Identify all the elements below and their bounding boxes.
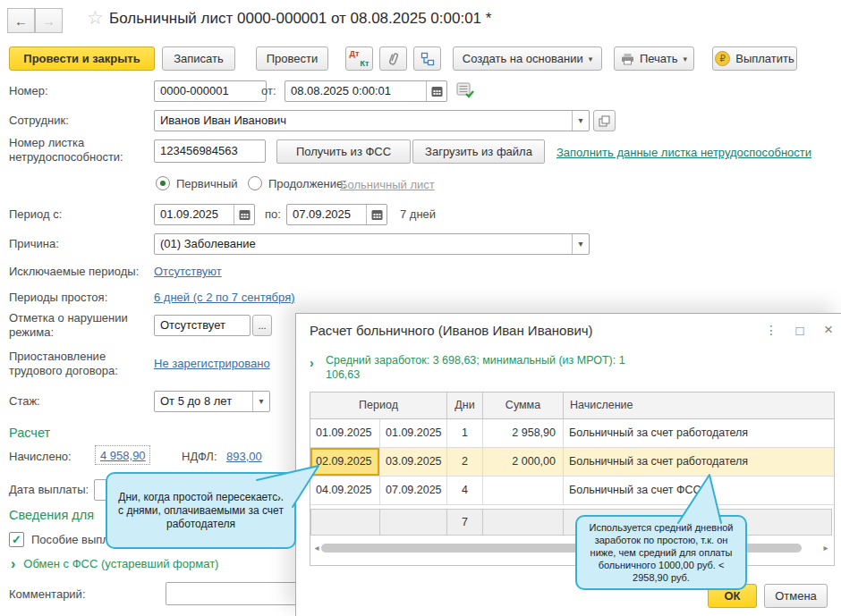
- total-cell: [310, 509, 380, 536]
- seniority-combo[interactable]: От 5 до 8 лет ▾: [154, 391, 270, 412]
- forward-button[interactable]: →: [35, 8, 63, 33]
- average-earnings-expander[interactable]: Средний заработок: 3 698,63; минимальный…: [326, 353, 634, 382]
- get-from-fss-button[interactable]: Получить из ФСС: [276, 139, 411, 164]
- dialog-maximize-icon[interactable]: □: [790, 321, 810, 339]
- cell-accrual[interactable]: Больничный за счет ФСС: [564, 477, 834, 505]
- pay-label: Выплатить: [735, 52, 794, 65]
- reason-label: Причина:: [9, 237, 59, 250]
- primary-radio-label: Первичный: [176, 177, 238, 190]
- reason-value: (01) Заболевание: [155, 234, 572, 254]
- total-row: 7: [310, 509, 832, 536]
- table-row[interactable]: 04.09.2025 07.09.2025 4 Больничный за сч…: [310, 477, 834, 505]
- cell-days[interactable]: 2: [447, 448, 483, 477]
- h-scrollbar[interactable]: ◂ ▸: [312, 542, 830, 553]
- load-from-file-button[interactable]: Загрузить из файла: [412, 139, 545, 164]
- fill-leaflet-link[interactable]: Заполнить данные листка нетрудоспособнос…: [556, 146, 811, 159]
- benefit-checkbox[interactable]: ✓: [9, 532, 24, 547]
- excluded-periods-link[interactable]: Отсутствуют: [154, 265, 222, 278]
- cell-sum[interactable]: 2 958,90: [483, 419, 564, 448]
- period-to-label: по:: [265, 207, 281, 221]
- calc-section-header: Расчет: [9, 426, 50, 440]
- create-based-on-button[interactable]: Создать на основании ▾: [453, 46, 602, 71]
- ruble-coin-icon: ₽: [715, 51, 730, 66]
- accrued-value-link[interactable]: 4 958,90: [100, 449, 146, 462]
- fss-exchange-expander[interactable]: › Обмен с ФСС (устаревший формат): [11, 557, 218, 570]
- structure-icon: [420, 52, 435, 66]
- col-period-header[interactable]: Период: [310, 392, 447, 419]
- table-row-selected[interactable]: 02.09.2025 03.09.2025 2 2 000,00 Больнич…: [310, 448, 834, 477]
- pay-button[interactable]: ₽ Выплатить: [712, 46, 797, 71]
- cell-accrual[interactable]: Больничный за счет работодателя: [564, 448, 834, 477]
- violation-more-button[interactable]: ...: [252, 315, 272, 336]
- save-button[interactable]: Записать: [162, 46, 235, 71]
- table-row[interactable]: 01.09.2025 01.09.2025 1 2 958,90 Больнич…: [310, 419, 834, 448]
- calc-dialog: Расчет больничного (Иванов Иван Иванович…: [295, 313, 841, 616]
- cell-period-from[interactable]: 01.09.2025: [310, 419, 380, 448]
- cell-period-from[interactable]: 04.09.2025: [310, 477, 380, 505]
- employee-label: Сотрудник:: [9, 114, 69, 127]
- excluded-periods-label: Исключаемые периоды:: [9, 265, 139, 278]
- post-button[interactable]: Провести: [256, 46, 328, 71]
- callout-average: Используется средний дневной заработок п…: [575, 515, 747, 590]
- cell-period-to[interactable]: 07.09.2025: [380, 477, 447, 505]
- scroll-left-icon[interactable]: ◂: [312, 543, 321, 553]
- create-based-on-label: Создать на основании: [463, 52, 583, 65]
- continuation-radio-label: Продолжение:: [268, 177, 346, 190]
- cell-days[interactable]: 1: [447, 419, 483, 448]
- cell-period-to[interactable]: 03.09.2025: [380, 448, 447, 477]
- dialog-close-icon[interactable]: ×: [819, 321, 838, 339]
- leaflet-number-input[interactable]: 123456984563: [154, 139, 266, 163]
- number-input[interactable]: 0000-000001: [154, 80, 267, 102]
- attachments-button[interactable]: [379, 46, 407, 71]
- print-button[interactable]: Печать ▾: [614, 46, 694, 71]
- related-documents-button[interactable]: [413, 46, 441, 71]
- accrued-value-box[interactable]: 4 958,90: [95, 445, 150, 465]
- continuation-doc-link[interactable]: Больничный лист: [340, 178, 435, 191]
- continuation-radio[interactable]: [248, 176, 262, 190]
- calendar-icon[interactable]: [234, 205, 254, 224]
- calendar-icon[interactable]: [366, 205, 387, 224]
- dialog-menu-icon[interactable]: ⋮: [761, 321, 781, 339]
- date-value: 08.08.2025 0:00:01: [285, 81, 426, 101]
- calc-table: Период Дни Сумма Начисление 01.09.2025 0…: [310, 392, 835, 566]
- col-accrual-header[interactable]: Начисление: [564, 392, 834, 419]
- primary-radio-group: Первичный: [156, 176, 238, 190]
- cancel-button[interactable]: Отмена: [764, 584, 828, 608]
- cell-sum[interactable]: 2 000,00: [483, 448, 564, 477]
- period-to-input[interactable]: 07.09.2025: [286, 204, 387, 225]
- chevron-down-icon[interactable]: ▾: [572, 111, 589, 131]
- downtime-periods-link[interactable]: 6 дней (с 2 по 7 сентября): [154, 291, 295, 304]
- col-sum-header[interactable]: Сумма: [483, 392, 564, 419]
- violation-input[interactable]: Отсутствует: [154, 315, 251, 336]
- reason-combo[interactable]: (01) Заболевание ▾: [154, 233, 590, 255]
- primary-radio[interactable]: [156, 176, 170, 190]
- cell-days[interactable]: 4: [447, 477, 483, 505]
- kt-icon: Кт: [361, 59, 370, 68]
- suspension-link[interactable]: Не зарегистрировано: [154, 357, 270, 370]
- period-to-value: 07.09.2025: [287, 205, 366, 224]
- chevron-down-icon[interactable]: ▾: [252, 392, 269, 411]
- total-cell: [483, 509, 564, 536]
- period-from-input[interactable]: 01.09.2025: [154, 204, 255, 225]
- chevron-down-icon[interactable]: ▾: [572, 234, 589, 254]
- cell-accrual[interactable]: Больничный за счет работодателя: [564, 419, 834, 448]
- cell-sum[interactable]: [483, 477, 564, 505]
- scroll-right-icon[interactable]: ▸: [821, 543, 830, 553]
- check-icon: ✓: [12, 533, 21, 546]
- open-employee-button[interactable]: [593, 110, 616, 131]
- benefit-label: Пособие выпл: [31, 533, 109, 546]
- dtkt-button[interactable]: Дт Кт: [345, 46, 373, 71]
- post-and-close-button[interactable]: Провести и закрыть: [9, 46, 155, 71]
- favorite-star-icon[interactable]: ☆: [87, 7, 104, 29]
- date-input[interactable]: 08.08.2025 0:00:01: [285, 80, 447, 102]
- back-button[interactable]: ←: [7, 8, 35, 33]
- violation-label: Отметка о нарушении режима:: [9, 311, 152, 340]
- cell-period-to[interactable]: 01.09.2025: [380, 419, 447, 448]
- print-label: Печать: [640, 52, 678, 65]
- cell-period-from-selected[interactable]: 02.09.2025: [310, 448, 380, 477]
- col-days-header[interactable]: Дни: [447, 392, 483, 419]
- set-date-icon[interactable]: [456, 82, 474, 98]
- employee-combo[interactable]: Иванов Иван Иванович ▾: [154, 110, 590, 131]
- ndfl-value-link[interactable]: 893,00: [226, 450, 262, 463]
- calendar-icon[interactable]: [426, 81, 446, 101]
